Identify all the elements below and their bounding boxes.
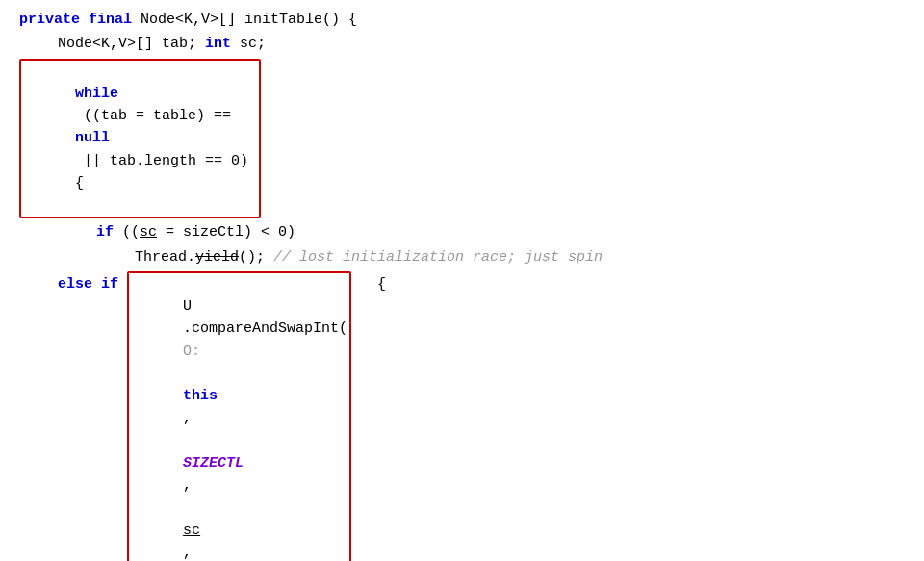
comment-1: // lost initialization race; just spin xyxy=(273,246,603,268)
comma2: , xyxy=(183,477,192,494)
code-line-5: Thread.yield(); // lost initialization r… xyxy=(0,245,924,269)
sc-var-2: sc xyxy=(183,523,200,539)
space3 xyxy=(183,433,200,449)
code-line-6: else if U .compareAndSwapInt( O: this , … xyxy=(0,270,924,561)
dot-method: .compareAndSwapInt( xyxy=(183,320,347,337)
code-line-2: Node<K,V>[] tab; int sc; xyxy=(0,32,924,56)
comma1: , xyxy=(183,410,192,426)
compareandswap-box: U .compareAndSwapInt( O: this , SIZECTL … xyxy=(127,271,351,561)
keyword-else: else xyxy=(58,273,92,295)
keyword-final: final xyxy=(89,9,132,31)
type-node: Node<K,V>[] tab; xyxy=(58,33,205,55)
keyword-private: private xyxy=(19,9,80,31)
if-cond-1: ((sc = sizeCtl) < 0) xyxy=(114,221,295,243)
sizectl-const: SIZECTL xyxy=(183,455,244,472)
space-o xyxy=(183,366,192,382)
thread-yield: Thread.yield(); xyxy=(135,246,273,268)
space xyxy=(80,9,89,31)
keyword-if-1: if xyxy=(96,221,114,243)
keyword-this: this xyxy=(183,388,218,404)
space-if xyxy=(92,273,101,295)
keyword-if-2: if xyxy=(101,273,118,295)
open-brace: { xyxy=(75,175,84,191)
space4 xyxy=(183,499,200,516)
keyword-while: while xyxy=(75,86,118,102)
keyword-int-2: int xyxy=(205,33,231,55)
while-condition: ((tab = table) == xyxy=(75,108,240,124)
while-box: while ((tab = table) == null || tab.leng… xyxy=(19,59,261,219)
pipe: || tab.length == 0) xyxy=(75,153,257,169)
comma3: , xyxy=(183,545,192,561)
param-o: O: xyxy=(183,344,200,360)
space: Node<K,V>[] initTable() { xyxy=(132,9,357,31)
code-line-4: if ((sc = sizeCtl) < 0) xyxy=(0,220,924,244)
space-brace: { xyxy=(351,273,386,295)
code-line-1: private final Node<K,V>[] initTable() { xyxy=(0,8,924,32)
keyword-null: null xyxy=(75,130,110,146)
code-editor: private final Node<K,V>[] initTable() { … xyxy=(0,0,924,561)
sc-var: sc; xyxy=(231,33,266,55)
space2 xyxy=(118,273,127,295)
code-line-3: while ((tab = table) == null || tab.leng… xyxy=(0,58,924,220)
u-obj: U xyxy=(183,298,192,315)
